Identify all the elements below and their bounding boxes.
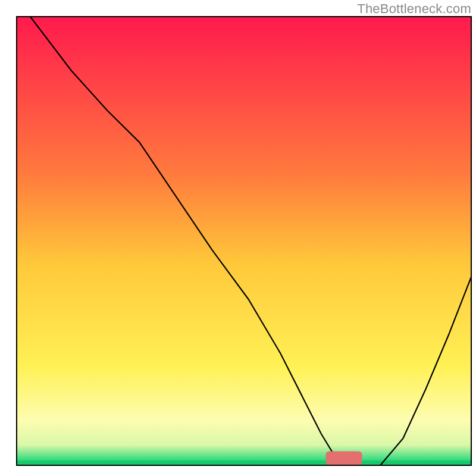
bottleneck-chart	[0, 0, 476, 476]
optimal-range-marker	[326, 451, 362, 465]
baseline-strip	[17, 461, 471, 465]
watermark-text: TheBottleneck.com	[357, 1, 471, 17]
chart-canvas: TheBottleneck.com	[0, 0, 476, 476]
plot-background	[17, 17, 471, 465]
